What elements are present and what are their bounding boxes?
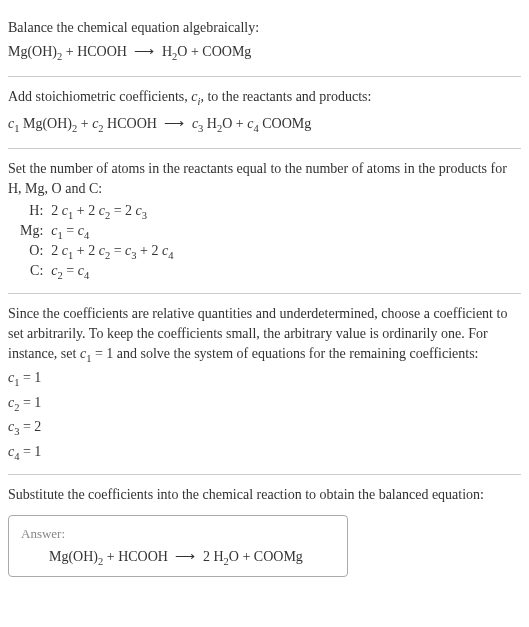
element-label: Mg: bbox=[16, 222, 47, 242]
equation-coefficients: c1 Mg(OH)2 + c2 HCOOH ⟶ c3 H2O + c4 COOM… bbox=[8, 114, 521, 136]
coefficient-value: c1 = 1 bbox=[8, 368, 521, 390]
element-equation: c2 = c4 bbox=[47, 262, 177, 282]
atom-equations-table: H: 2 c1 + 2 c2 = 2 c3 Mg: c1 = c4 O: 2 c… bbox=[16, 202, 177, 281]
answer-box: Answer: Mg(OH)2 + HCOOH ⟶ 2 H2O + COOMg bbox=[8, 515, 348, 578]
element-label: C: bbox=[16, 262, 47, 282]
section-text: Since the coefficients are relative quan… bbox=[8, 304, 521, 366]
section-stoichiometric: Add stoichiometric coefficients, ci, to … bbox=[8, 77, 521, 149]
element-equation: c1 = c4 bbox=[47, 222, 177, 242]
section-text: Substitute the coefficients into the che… bbox=[8, 485, 521, 505]
section-balance: Balance the chemical equation algebraica… bbox=[8, 8, 521, 77]
element-equation: 2 c1 + 2 c2 = 2 c3 bbox=[47, 202, 177, 222]
element-equation: 2 c1 + 2 c2 = c3 + 2 c4 bbox=[47, 242, 177, 262]
section-text: Set the number of atoms in the reactants… bbox=[8, 159, 521, 198]
section-title: Balance the chemical equation algebraica… bbox=[8, 18, 521, 38]
coefficient-value: c3 = 2 bbox=[8, 417, 521, 439]
answer-label: Answer: bbox=[21, 526, 335, 542]
element-label: O: bbox=[16, 242, 47, 262]
equation-unbalanced: Mg(OH)2 + HCOOH ⟶ H2O + COOMg bbox=[8, 42, 521, 64]
coefficient-value: c4 = 1 bbox=[8, 442, 521, 464]
table-row: C: c2 = c4 bbox=[16, 262, 177, 282]
table-row: O: 2 c1 + 2 c2 = c3 + 2 c4 bbox=[16, 242, 177, 262]
answer-equation: Mg(OH)2 + HCOOH ⟶ 2 H2O + COOMg bbox=[21, 548, 335, 567]
table-row: H: 2 c1 + 2 c2 = 2 c3 bbox=[16, 202, 177, 222]
section-answer: Substitute the coefficients into the che… bbox=[8, 475, 521, 585]
table-row: Mg: c1 = c4 bbox=[16, 222, 177, 242]
element-label: H: bbox=[16, 202, 47, 222]
section-text: Add stoichiometric coefficients, ci, to … bbox=[8, 87, 521, 109]
coefficient-value: c2 = 1 bbox=[8, 393, 521, 415]
section-atoms: Set the number of atoms in the reactants… bbox=[8, 149, 521, 294]
section-solve: Since the coefficients are relative quan… bbox=[8, 294, 521, 475]
